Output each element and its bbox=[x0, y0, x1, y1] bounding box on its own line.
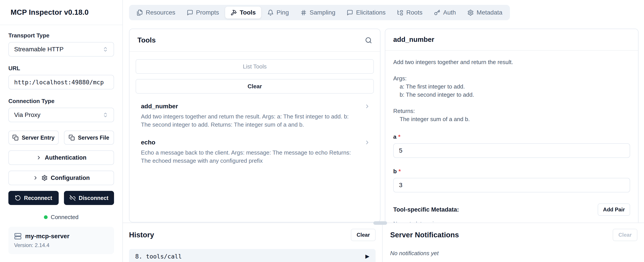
tool-metadata-row: Tool-specific Metadata: Add Pair bbox=[393, 203, 630, 216]
tab-row: Resources Prompts Tools Ping Sampling bbox=[123, 0, 644, 20]
copy-icon bbox=[12, 134, 18, 141]
connection-status: Connected bbox=[8, 214, 114, 221]
bell-icon bbox=[267, 9, 274, 16]
tab-sampling[interactable]: Sampling bbox=[295, 6, 341, 18]
history-item[interactable]: 8. tools/call ▶ bbox=[129, 249, 376, 262]
tab-metadata[interactable]: Metadata bbox=[462, 6, 508, 18]
add-pair-button[interactable]: Add Pair bbox=[598, 203, 630, 216]
servers-file-button[interactable]: Servers File bbox=[64, 131, 114, 145]
history-clear-button[interactable]: Clear bbox=[351, 229, 376, 241]
notifications-header: Server Notifications Clear bbox=[390, 229, 638, 241]
history-panel: History Clear 8. tools/call ▶ bbox=[123, 223, 383, 262]
disconnect-button[interactable]: Disconnect bbox=[64, 191, 114, 205]
chevron-right-icon bbox=[33, 175, 38, 181]
server-icon bbox=[14, 233, 22, 240]
key-icon bbox=[434, 9, 440, 16]
tool-description: Add two integers together and return the… bbox=[141, 113, 353, 129]
gear-icon bbox=[467, 9, 474, 16]
history-title: History bbox=[129, 231, 154, 239]
tab-label: Sampling bbox=[310, 9, 336, 16]
tab-label: Metadata bbox=[476, 9, 502, 16]
tool-name: echo bbox=[141, 139, 360, 146]
split-resize-handle[interactable] bbox=[374, 221, 387, 225]
connection-type-select[interactable]: Via Proxy bbox=[8, 108, 114, 122]
tool-description: Echo a message back to the client. Args:… bbox=[141, 149, 353, 165]
param-a-label-row: a * bbox=[393, 133, 630, 140]
server-entry-label: Server Entry bbox=[22, 134, 54, 141]
tools-panel-title: Tools bbox=[138, 36, 156, 44]
notifications-title: Server Notifications bbox=[390, 231, 459, 239]
search-icon[interactable] bbox=[365, 37, 372, 44]
reconnect-button[interactable]: Reconnect bbox=[8, 191, 59, 205]
param-b-label-row: b * bbox=[393, 168, 630, 175]
param-a-label: a bbox=[393, 133, 396, 140]
tab-elicitations[interactable]: Elicitations bbox=[342, 6, 391, 18]
chevron-right-icon bbox=[364, 103, 370, 110]
connection-type-value: Via Proxy bbox=[14, 111, 40, 119]
tab-label: Roots bbox=[406, 9, 422, 16]
app-title: MCP Inspector v0.18.0 bbox=[10, 8, 89, 16]
param-a-input[interactable] bbox=[393, 143, 630, 158]
notifications-clear-button[interactable]: Clear bbox=[613, 229, 638, 241]
required-marker: * bbox=[398, 168, 401, 175]
authentication-label: Authentication bbox=[45, 154, 86, 161]
tab-resources[interactable]: Resources bbox=[131, 6, 181, 18]
tab-label: Elicitations bbox=[356, 9, 386, 16]
chevron-right-icon bbox=[36, 155, 42, 160]
reconnect-label: Reconnect bbox=[24, 195, 52, 201]
play-icon[interactable]: ▶ bbox=[366, 253, 370, 259]
url-label: URL bbox=[8, 65, 114, 72]
tool-detail-panel: add_number Add two integers together and… bbox=[385, 29, 638, 223]
tab-label: Ping bbox=[276, 9, 289, 16]
connected-text: Connected bbox=[51, 214, 78, 221]
gear-icon bbox=[42, 175, 48, 181]
required-marker: * bbox=[398, 133, 400, 140]
chevrons-up-down-icon bbox=[102, 112, 108, 118]
transport-type-select[interactable]: Streamable HTTP bbox=[8, 42, 114, 57]
tool-name: add_number bbox=[141, 103, 360, 110]
message-square-icon bbox=[187, 9, 193, 16]
connection-type-label: Connection Type bbox=[8, 98, 114, 105]
authentication-toggle[interactable]: Authentication bbox=[8, 150, 114, 165]
history-header: History Clear bbox=[129, 229, 376, 241]
tab-auth[interactable]: Auth bbox=[428, 6, 461, 18]
tool-detail-description: Add two integers together and return the… bbox=[393, 58, 630, 123]
top-section: Resources Prompts Tools Ping Sampling bbox=[123, 0, 644, 223]
tab-roots[interactable]: Roots bbox=[392, 6, 428, 18]
hammer-icon bbox=[230, 9, 237, 16]
list-tools-button[interactable]: List Tools bbox=[136, 59, 374, 74]
connection-buttons-row: Reconnect Disconnect bbox=[8, 191, 114, 205]
tool-list: add_number Add two integers together and… bbox=[136, 103, 374, 165]
param-b-input[interactable] bbox=[393, 178, 630, 192]
sidebar-header: MCP Inspector v0.18.0 bbox=[0, 0, 122, 25]
notifications-empty-text: No notifications yet bbox=[390, 250, 638, 257]
configuration-label: Configuration bbox=[51, 175, 90, 181]
tab-prompts[interactable]: Prompts bbox=[182, 6, 224, 18]
rotate-ccw-icon bbox=[15, 195, 21, 201]
clear-tools-button[interactable]: Clear bbox=[136, 79, 374, 94]
bottom-section: History Clear 8. tools/call ▶ Server Not… bbox=[123, 223, 644, 262]
tab-ping[interactable]: Ping bbox=[262, 6, 294, 18]
server-name: my-mcp-server bbox=[25, 233, 70, 240]
connected-dot bbox=[44, 215, 48, 219]
copy-icon bbox=[68, 134, 75, 141]
tab-label: Tools bbox=[240, 9, 256, 16]
entry-buttons-row: Server Entry Servers File bbox=[8, 131, 114, 145]
tools-panel-header: Tools bbox=[130, 29, 380, 52]
configuration-toggle[interactable]: Configuration bbox=[8, 171, 114, 185]
main-area: Resources Prompts Tools Ping Sampling bbox=[123, 0, 644, 262]
tool-list-item-echo[interactable]: echo Echo a message back to the client. … bbox=[136, 139, 374, 165]
server-version: Version: 2.14.4 bbox=[14, 242, 108, 248]
server-info-card: my-mcp-server Version: 2.14.4 bbox=[8, 227, 114, 254]
servers-file-label: Servers File bbox=[78, 134, 109, 141]
tab-label: Resources bbox=[146, 9, 175, 16]
url-input[interactable] bbox=[8, 75, 114, 89]
tabbar: Resources Prompts Tools Ping Sampling bbox=[129, 5, 510, 20]
sidebar: MCP Inspector v0.18.0 Transport Type Str… bbox=[0, 0, 123, 262]
tool-list-item-add-number[interactable]: add_number Add two integers together and… bbox=[136, 103, 374, 129]
tab-tools[interactable]: Tools bbox=[225, 6, 261, 18]
url-group: URL bbox=[8, 65, 114, 89]
server-entry-button[interactable]: Server Entry bbox=[8, 131, 59, 145]
connection-type-group: Connection Type Via Proxy bbox=[8, 98, 114, 122]
transport-type-label: Transport Type bbox=[8, 32, 114, 39]
